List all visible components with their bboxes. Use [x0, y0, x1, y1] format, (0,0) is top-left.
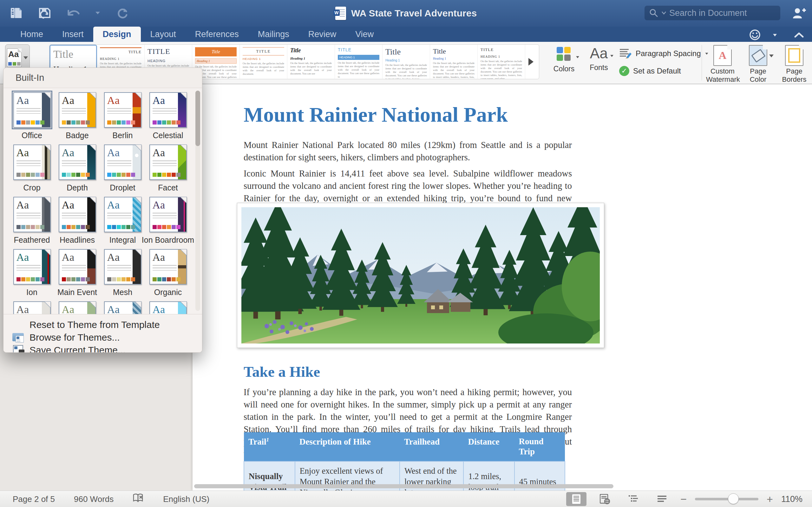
theme-thumbnail: Aa	[59, 197, 96, 232]
document-heading-2[interactable]: Take a Hike	[244, 363, 320, 380]
search-input[interactable]	[669, 8, 774, 18]
themes-menu-item[interactable]: Save Current Theme...	[3, 344, 202, 353]
theme-item[interactable]: Aa Organic	[145, 249, 191, 301]
set-as-default-button[interactable]: ✓ Set as Default	[619, 66, 709, 76]
ribbon-tabs: HomeInsertDesignLayoutReferencesMailings…	[11, 26, 383, 42]
table-header-cell[interactable]: Trail1	[244, 432, 295, 461]
style-set-card[interactable]: Title Heading 1 On the Insert tab, the g…	[430, 45, 478, 79]
theme-item[interactable]: Aa Facet	[145, 145, 191, 197]
ribbon-tab[interactable]: Mailings	[248, 26, 299, 42]
zoom-percentage[interactable]: 110%	[781, 494, 803, 504]
theme-item[interactable]: Aa	[9, 301, 55, 314]
theme-item[interactable]: Aa	[145, 301, 191, 314]
ribbon-tab[interactable]: References	[186, 26, 248, 42]
theme-item[interactable]: Aa Badge	[55, 92, 100, 145]
hikes-table[interactable]: Trail1Description of HikeTrailheadDistan…	[244, 432, 565, 491]
theme-text-lines	[62, 213, 86, 218]
theme-item[interactable]: Aa Celestial	[145, 92, 191, 145]
web-layout-view-button[interactable]	[595, 492, 615, 506]
style-set-card[interactable]: TITLE HEADING 1 On the Insert tab, the g…	[478, 45, 525, 79]
table-header-cell[interactable]: Distance	[463, 432, 514, 461]
themes-menu-item[interactable]: Browse for Themes...	[3, 331, 202, 343]
ribbon-tab[interactable]: Insert	[53, 26, 93, 42]
style-set-card[interactable]: Title Heading 1 On the Insert tab, the g…	[287, 45, 335, 79]
zoom-in-button[interactable]: +	[767, 493, 773, 505]
themes-scrollbar-track[interactable]	[195, 91, 200, 311]
theme-color-swatch	[71, 225, 75, 229]
zoom-slider[interactable]	[695, 498, 758, 500]
theme-item[interactable]: Aa Integral	[100, 197, 145, 249]
ribbon-tab[interactable]: Layout	[141, 26, 186, 42]
draft-view-button[interactable]	[652, 492, 672, 506]
style-set-card[interactable]: TITLE HEADING 1 On the Insert tab, the g…	[240, 45, 287, 79]
themes-section-header: Built-In	[3, 68, 202, 88]
theme-item[interactable]: Aa Crop	[9, 145, 55, 197]
document-heading-1[interactable]: Mount Rainier National Park	[244, 103, 580, 127]
search-scope-caret-icon[interactable]	[662, 11, 666, 14]
themes-menu-item[interactable]: Reset to Theme from Template	[3, 319, 202, 331]
style-set-body: On the Insert tab, the galleries include…	[338, 61, 379, 78]
zoom-out-button[interactable]: −	[680, 493, 687, 505]
themes-button[interactable]: Aa	[5, 44, 30, 71]
word-count[interactable]: 960 Words	[74, 494, 113, 504]
theme-color-swatch	[171, 225, 176, 229]
spellcheck-icon[interactable]	[133, 493, 144, 505]
page-borders-button[interactable]: Page Borders	[778, 45, 811, 83]
ribbon-tab[interactable]: Review	[299, 26, 346, 42]
table-header-cell[interactable]: Trailhead	[400, 432, 463, 461]
style-set-card[interactable]: Title Heading 1 On the Insert tab, the g…	[383, 45, 430, 79]
paragraph-spacing-button[interactable]: Paragraph Spacing	[619, 48, 709, 59]
theme-item[interactable]: Aa Office	[9, 92, 55, 145]
theme-color-swatch	[117, 173, 121, 177]
theme-item[interactable]: Aa Berlin	[100, 92, 145, 145]
style-set-heading: HEADING 1	[338, 55, 379, 60]
theme-color-swatch	[36, 173, 40, 177]
style-set-card[interactable]: TITLE HEADING 1 On the Insert tab, the g…	[335, 45, 383, 79]
page-color-button[interactable]: Page Color	[742, 45, 774, 83]
theme-item[interactable]: Aa	[55, 301, 100, 314]
theme-item[interactable]: Aa Mesh	[100, 249, 145, 301]
language-indicator[interactable]: English (US)	[163, 494, 209, 504]
theme-item[interactable]: Aa Ion Boardroom	[145, 197, 191, 249]
theme-item[interactable]: Aa Headlines	[55, 197, 100, 249]
table-header-cell[interactable]: Description of Hike	[295, 432, 400, 461]
feedback-caret-icon[interactable]	[773, 33, 777, 38]
gallery-next-arrow[interactable]	[525, 45, 537, 79]
theme-swatch-row	[107, 225, 135, 229]
theme-item[interactable]: Aa Feathered	[9, 197, 55, 249]
document-paragraph[interactable]: Mount Rainier National Park located 80 m…	[244, 139, 572, 164]
print-layout-view-button[interactable]	[566, 492, 587, 506]
page-fold-icon	[45, 302, 50, 307]
theme-color-swatch	[126, 173, 131, 177]
themes-scrollbar-thumb[interactable]	[195, 91, 200, 146]
theme-color-swatch	[176, 173, 181, 177]
ribbon-tab[interactable]: Home	[11, 26, 53, 42]
search-box[interactable]	[645, 6, 780, 20]
outline-view-button[interactable]	[623, 492, 644, 506]
fonts-button[interactable]: Aa Fonts	[583, 45, 615, 72]
theme-item[interactable]: Aa Ion	[9, 249, 55, 301]
page-indicator[interactable]: Page 2 of 5	[13, 494, 55, 504]
share-add-person-icon[interactable]	[792, 7, 806, 20]
document-page[interactable]: Mount Rainier National Park Mount Rainie…	[193, 84, 812, 491]
document-photo-mount-rainier[interactable]	[237, 203, 604, 348]
theme-item[interactable]: Aa	[100, 301, 145, 314]
theme-color-swatch	[67, 120, 71, 124]
theme-thumbnail: Aa	[149, 92, 187, 128]
colors-icon	[557, 47, 571, 61]
table-header-cell[interactable]: Round Trip	[514, 432, 565, 461]
theme-swatch-row	[107, 173, 135, 177]
colors-button[interactable]: Colors	[549, 47, 578, 73]
collapse-ribbon-icon[interactable]	[794, 32, 804, 39]
theme-item[interactable]: Aa Depth	[55, 145, 100, 197]
ribbon-tab[interactable]: View	[346, 26, 383, 42]
ribbon-tab[interactable]: Design	[93, 26, 141, 42]
horizontal-scrollbar-thumb[interactable]	[194, 484, 613, 488]
style-set-title: TITLE	[100, 47, 142, 55]
theme-item[interactable]: Aa Main Event	[55, 249, 100, 301]
zoom-slider-thumb[interactable]	[728, 493, 739, 504]
custom-watermark-button[interactable]: Custom Watermark	[706, 45, 739, 83]
theme-item[interactable]: Aa Droplet	[100, 145, 145, 197]
theme-color-swatch	[176, 120, 181, 124]
feedback-smiley-icon[interactable]	[749, 29, 761, 43]
